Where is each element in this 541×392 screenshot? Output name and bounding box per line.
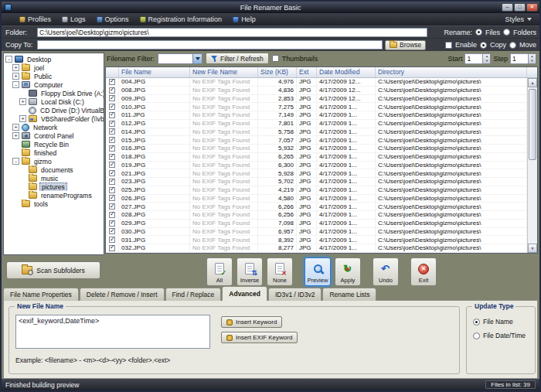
tree-item-joel[interactable]: +joel — [4, 63, 104, 72]
insert-keyword-button[interactable]: Insert Keyword — [221, 316, 282, 328]
scroll-down-arrow[interactable] — [528, 244, 537, 253]
table-row[interactable]: 014.JPGNo EXIF Tags Found5,758JPG4/17/20… — [106, 128, 527, 137]
insert-exif-keyword-button[interactable]: Insert EXIF Keyword — [221, 332, 298, 343]
row-checkbox[interactable] — [109, 112, 115, 118]
table-row[interactable]: 021.JPGNo EXIF Tags Found5,928JPG4/17/20… — [106, 169, 527, 178]
file-datetime-radio[interactable] — [473, 332, 480, 339]
copy-to-input[interactable] — [37, 40, 383, 49]
row-checkbox[interactable] — [109, 145, 115, 152]
rename-folders-radio[interactable] — [503, 29, 510, 36]
tree-item-recycle-bin[interactable]: Recycle Bin — [4, 140, 104, 148]
dropdown-arrow-button[interactable] — [192, 54, 202, 63]
row-checkbox[interactable] — [109, 121, 115, 127]
table-row[interactable]: 016.JPGNo EXIF Tags Found5,932JPG4/17/20… — [106, 145, 527, 153]
tab-delete-remove-insert[interactable]: Delete / Remove / Insert — [80, 288, 165, 301]
thumbnails-checkbox[interactable] — [272, 55, 279, 62]
tree-item-local-disk-c[interactable]: +Local Disk (C:) — [4, 97, 104, 106]
rename-folders-label[interactable]: Folders — [513, 29, 536, 36]
expand-icon[interactable]: + — [19, 115, 26, 122]
enable-label[interactable]: Enable — [455, 41, 477, 49]
table-body[interactable]: 004.JPGNo EXIF Tags Found4,976JPG4/17/20… — [106, 78, 537, 253]
folder-input[interactable] — [37, 28, 427, 37]
copy-radio[interactable] — [480, 42, 487, 49]
tree-item-finished[interactable]: finished — [4, 148, 104, 157]
column-header-size-kb[interactable]: Size (KB) — [258, 67, 297, 77]
step-input[interactable] — [510, 53, 529, 64]
table-row[interactable]: 030.JPGNo EXIF Tags Found6,957JPG4/17/20… — [106, 228, 527, 237]
move-label[interactable]: Move — [519, 41, 536, 49]
tab-file-name-properties[interactable]: File Name Properties — [3, 288, 79, 301]
table-row[interactable]: 009.JPGNo EXIF Tags Found2,853JPG4/17/20… — [106, 95, 527, 104]
row-checkbox[interactable] — [109, 170, 115, 176]
table-row[interactable]: 029.JPGNo EXIF Tags Found7,098JPG4/17/20… — [106, 220, 527, 228]
step-spinner[interactable] — [529, 53, 536, 64]
tab-id3v1-id3v2[interactable]: ID3v1 / ID3v2 — [268, 288, 322, 301]
menu-item-styles[interactable]: Styles — [500, 15, 536, 23]
close-button[interactable] — [526, 3, 538, 12]
filename-filter-dropdown[interactable] — [158, 53, 202, 64]
column-header-directory[interactable]: Directory — [376, 67, 527, 77]
tree-item-control-panel[interactable]: +Control Panel — [4, 131, 104, 140]
collapse-icon[interactable]: - — [5, 56, 12, 63]
update-type-file-name-option[interactable]: File Name — [473, 318, 513, 326]
table-row[interactable]: 023.JPGNo EXIF Tags Found5,702JPG4/17/20… — [106, 178, 527, 186]
row-checkbox[interactable] — [109, 220, 115, 227]
table-row[interactable]: 012.JPGNo EXIF Tags Found7,801JPG4/17/20… — [106, 120, 527, 128]
menu-item-help[interactable]: Help — [227, 13, 261, 26]
inverse-button[interactable]: Inverse — [236, 257, 263, 286]
spinner-down-icon[interactable] — [529, 59, 536, 63]
scan-subfolders-button[interactable]: Scan Subfolders — [6, 261, 100, 279]
tree-item-music[interactable]: music — [4, 174, 104, 182]
table-row[interactable]: 010.JPGNo EXIF Tags Found7,275JPG4/17/20… — [106, 103, 527, 111]
scroll-thumb[interactable] — [529, 89, 536, 160]
row-checkbox[interactable] — [109, 212, 115, 218]
tab-rename-lists[interactable]: Rename Lists — [322, 288, 376, 301]
row-checkbox[interactable] — [109, 245, 115, 251]
vertical-scrollbar[interactable] — [527, 78, 537, 253]
preview-button[interactable]: Preview — [305, 257, 331, 286]
update-type-file-datetime-option[interactable]: File Date/Time — [473, 332, 526, 339]
start-spinner[interactable] — [483, 53, 491, 64]
column-header-file-name[interactable]: File Name — [119, 67, 190, 77]
table-row[interactable]: 028.JPGNo EXIF Tags Found6,256JPG4/17/20… — [106, 211, 527, 220]
row-checkbox[interactable] — [109, 179, 115, 185]
expand-icon[interactable]: + — [12, 132, 19, 139]
row-checkbox[interactable] — [109, 95, 115, 101]
table-row[interactable]: 027.JPGNo EXIF Tags Found6,266JPG4/17/20… — [106, 203, 527, 211]
expand-icon[interactable]: + — [12, 64, 19, 71]
tree-item-gizmo[interactable]: -gizmo — [4, 157, 104, 165]
rename-files-radio[interactable] — [475, 29, 482, 36]
rename-files-label[interactable]: Files — [485, 29, 500, 36]
start-input[interactable] — [464, 53, 483, 64]
row-checkbox[interactable] — [109, 187, 115, 193]
all-button[interactable]: All — [206, 257, 233, 286]
table-row[interactable]: 018.JPGNo EXIF Tags Found6,265JPG4/17/20… — [106, 153, 527, 162]
tree-item-computer[interactable]: -Computer — [4, 80, 104, 89]
column-header-new-file-name[interactable]: New File Name — [190, 67, 258, 77]
menu-item-profiles[interactable]: Profiles — [14, 13, 56, 26]
column-header-date-modified[interactable]: Date Modified — [317, 67, 376, 77]
tree-item-tools[interactable]: tools — [4, 199, 104, 208]
none-button[interactable]: None — [267, 257, 293, 286]
collapse-icon[interactable]: - — [12, 158, 19, 165]
folder-tree[interactable]: -Desktop+joel+Public-ComputerFloppy Disk… — [3, 53, 104, 255]
menu-item-logs[interactable]: Logs — [56, 13, 91, 26]
tree-item-floppy-disk-drive-a[interactable]: Floppy Disk Drive (A:) — [4, 89, 104, 97]
file-name-radio[interactable] — [473, 319, 480, 326]
row-checkbox[interactable] — [109, 104, 115, 110]
table-row[interactable]: 026.JPGNo EXIF Tags Found4,580JPG4/17/20… — [106, 195, 527, 203]
row-checkbox[interactable] — [109, 228, 115, 234]
table-row[interactable]: 032.JPGNo EXIF Tags Found8,277JPG4/17/20… — [106, 244, 527, 253]
tree-item-public[interactable]: +Public — [4, 72, 104, 80]
thumbnails-label[interactable]: Thumbnails — [282, 55, 318, 63]
new-file-name-input[interactable]: <exif_keyword,DateTime> — [15, 315, 210, 349]
move-radio[interactable] — [509, 42, 516, 49]
table-row[interactable]: 015.JPGNo EXIF Tags Found7,057JPG4/17/20… — [106, 136, 527, 145]
table-row[interactable]: 011.JPGNo EXIF Tags Found7,149JPG4/17/20… — [106, 111, 527, 120]
filter-refresh-button[interactable]: Filter / Refresh — [206, 53, 269, 64]
tree-item-vbsharedfolder-vboxsvr[interactable]: +VBSharedFolder (\\vboxsvr) ( — [4, 114, 104, 123]
maximize-button[interactable] — [514, 3, 526, 12]
table-row[interactable]: 019.JPGNo EXIF Tags Found6,300JPG4/17/20… — [106, 162, 527, 170]
row-checkbox[interactable] — [109, 79, 115, 85]
row-checkbox[interactable] — [109, 154, 115, 160]
